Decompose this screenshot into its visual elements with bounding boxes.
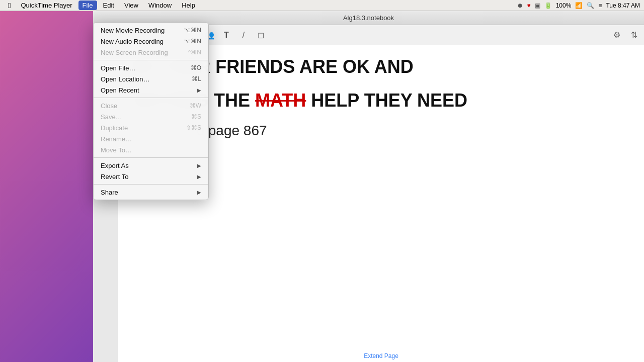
- toolbar-settings-btn[interactable]: ⚙: [609, 27, 625, 43]
- menu-item-duplicate[interactable]: Duplicate ⇧⌘S: [94, 122, 208, 133]
- menu-item-open-file-shortcut: ⌘O: [191, 64, 201, 71]
- menu-item-new-audio-label: New Audio Recording: [101, 38, 176, 45]
- menu-item-close[interactable]: Close ⌘W: [94, 100, 208, 111]
- screen-indicator: ▣: [535, 2, 540, 9]
- menu-item-open-recent[interactable]: Open Recent ▶: [94, 84, 208, 96]
- window-menu[interactable]: Window: [144, 1, 176, 10]
- menu-item-new-movie-shortcut: ⌥⌘N: [184, 27, 201, 34]
- menu-item-open-recent-label: Open Recent: [101, 86, 197, 94]
- file-menu[interactable]: File: [78, 1, 97, 10]
- menu-item-export-as[interactable]: Export As ▶: [94, 160, 208, 171]
- help-menu[interactable]: Help: [178, 1, 199, 10]
- export-as-arrow: ▶: [197, 163, 201, 168]
- menu-item-new-movie[interactable]: New Movie Recording ⌥⌘N: [94, 25, 208, 36]
- menu-item-move-to-label: Move To…: [101, 146, 201, 154]
- menu-item-close-shortcut: ⌘W: [190, 102, 201, 109]
- wifi-indicator: 📶: [575, 2, 583, 9]
- view-menu[interactable]: View: [120, 1, 142, 10]
- toolbar-eraser-btn[interactable]: ◻: [253, 27, 269, 43]
- toolbar-right: ⚙ ⇅: [609, 27, 642, 43]
- menu-sep-4: [94, 184, 208, 185]
- menu-item-new-audio-shortcut: ⌥⌘N: [184, 38, 201, 45]
- menu-item-revert-to[interactable]: Revert To ▶: [94, 171, 208, 182]
- menu-item-rename[interactable]: Rename…: [94, 133, 208, 144]
- clock: Tue 8:47 AM: [606, 2, 640, 9]
- search-icon[interactable]: 🔍: [587, 2, 594, 9]
- share-arrow: ▶: [197, 190, 201, 195]
- toolbar-expand-btn[interactable]: ⇅: [626, 27, 642, 43]
- menu-item-save-label: Save…: [101, 113, 183, 121]
- toolbar-pen-btn[interactable]: /: [235, 27, 252, 43]
- menu-item-duplicate-label: Duplicate: [101, 124, 178, 132]
- menu-item-open-file[interactable]: Open File… ⌘O: [94, 62, 208, 73]
- menu-item-share-label: Share: [101, 189, 197, 196]
- menu-item-close-label: Close: [101, 102, 182, 110]
- menu-item-revert-to-label: Revert To: [101, 173, 197, 180]
- menu-item-save-shortcut: ⌘S: [191, 113, 201, 120]
- battery-percent: 100%: [556, 2, 572, 9]
- page-text-line2-suffix: HELP THEY NEED: [306, 90, 467, 111]
- menu-item-duplicate-shortcut: ⇧⌘S: [186, 124, 201, 131]
- revert-to-arrow: ▶: [197, 174, 201, 179]
- menu-item-new-screen-shortcut: ^⌘N: [188, 49, 201, 56]
- menu-item-new-movie-label: New Movie Recording: [101, 27, 176, 34]
- menu-item-move-to[interactable]: Move To…: [94, 144, 208, 155]
- main-area: Alg18.3.notebook ◁ ↖ ○ ⬠ ✛ ◇ 👥 T / ◻ ⚙ ⇅: [0, 11, 644, 362]
- left-panel: [0, 11, 93, 362]
- battery-indicator: 🔋: [544, 2, 552, 9]
- toolbar-text-btn[interactable]: T: [218, 27, 234, 43]
- menu-sep-1: [94, 60, 208, 60]
- heart-indicator: ♥: [527, 2, 531, 9]
- menu-item-new-screen[interactable]: New Screen Recording ^⌘N: [94, 47, 208, 58]
- menu-sep-2: [94, 98, 208, 98]
- page-text-strikethrough: MATH: [255, 90, 306, 111]
- apple-menu[interactable]: : [4, 0, 15, 11]
- quicktime-menu[interactable]: QuickTime Player: [17, 1, 76, 10]
- menu-item-save[interactable]: Save… ⌘S: [94, 111, 208, 122]
- menu-item-share[interactable]: Share ▶: [94, 187, 208, 198]
- menu-item-open-location[interactable]: Open Location… ⌘L: [94, 73, 208, 84]
- notebook-title: Alg18.3.notebook: [343, 14, 394, 22]
- menu-item-new-screen-label: New Screen Recording: [101, 49, 180, 56]
- edit-menu[interactable]: Edit: [99, 1, 118, 10]
- menu-item-new-audio[interactable]: New Audio Recording ⌥⌘N: [94, 36, 208, 47]
- menu-item-rename-label: Rename…: [101, 135, 201, 143]
- menu-item-export-as-label: Export As: [101, 162, 197, 169]
- menu-item-open-file-label: Open File…: [101, 64, 183, 72]
- menu-item-open-location-label: Open Location…: [101, 75, 184, 83]
- menu-sep-3: [94, 157, 208, 158]
- menu-item-open-location-shortcut: ⌘L: [192, 75, 201, 82]
- open-recent-arrow: ▶: [197, 87, 201, 93]
- recording-indicator: ⏺: [517, 2, 523, 9]
- file-dropdown-menu: New Movie Recording ⌥⌘N New Audio Record…: [93, 22, 209, 200]
- menubar-right: ⏺ ♥ ▣ 🔋 100% 📶 🔍 ≡ Tue 8:47 AM: [517, 2, 640, 9]
- menubar:  QuickTime Player File Edit View Window…: [0, 0, 644, 11]
- extend-page-button[interactable]: Extend Page: [364, 352, 398, 359]
- control-center-icon[interactable]: ≡: [598, 2, 602, 9]
